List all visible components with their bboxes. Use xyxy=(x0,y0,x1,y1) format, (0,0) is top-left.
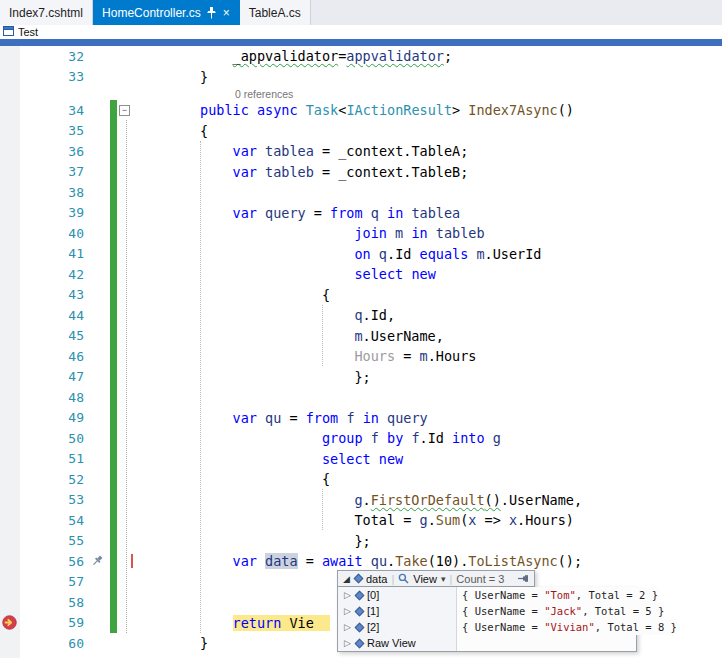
code-line[interactable]: { xyxy=(135,471,722,487)
breakpoint-gutter-cell[interactable] xyxy=(0,654,20,658)
breakpoint-gutter-cell[interactable] xyxy=(0,428,20,449)
breakpoint-gutter-cell[interactable] xyxy=(0,223,20,244)
datatip-header[interactable]: ◢ data | View ▾ | Count = 3 xyxy=(337,570,535,587)
codelens-references[interactable]: 0 references xyxy=(135,88,722,100)
breakpoint-gutter-cell[interactable] xyxy=(0,613,20,634)
breakpoint-gutter-cell[interactable] xyxy=(0,100,20,121)
datatip-item-row[interactable]: ▷[0]{ UserName = "Tom", Total = 2 } xyxy=(338,587,636,603)
code-line[interactable]: group f by f.Id into g xyxy=(135,430,722,446)
breakpoint-gutter-cell[interactable] xyxy=(0,244,20,265)
code-line[interactable]: }; xyxy=(135,533,722,549)
code-line[interactable]: { xyxy=(135,123,722,139)
tab-tablea[interactable]: TableA.cs xyxy=(240,0,311,25)
expander-closed-icon[interactable]: ▷ xyxy=(343,638,352,648)
code-line[interactable]: } xyxy=(135,69,722,85)
chevron-down-icon[interactable]: ▾ xyxy=(441,574,446,584)
breakpoint-gutter-cell[interactable] xyxy=(0,592,20,613)
line-number[interactable]: 40 xyxy=(20,226,90,241)
test-window-titlebar[interactable]: Test xyxy=(0,25,722,39)
code-line[interactable]: Total = g.Sum(x => x.Hours) xyxy=(135,512,722,528)
line-number[interactable]: 48 xyxy=(20,390,90,405)
expander-open-icon[interactable]: ◢ xyxy=(342,574,351,584)
line-number[interactable]: 35 xyxy=(20,123,90,138)
line-number[interactable]: 53 xyxy=(20,492,90,507)
breakpoint-gutter-cell[interactable] xyxy=(0,305,20,326)
line-number[interactable]: 51 xyxy=(20,451,90,466)
line-number[interactable]: 43 xyxy=(20,287,90,302)
breakpoint-gutter-cell[interactable] xyxy=(0,285,20,306)
code-line[interactable]: var data = await qu.Take(10).ToListAsync… xyxy=(135,553,722,569)
expander-closed-icon[interactable]: ▷ xyxy=(343,606,352,616)
fold-margin[interactable]: − xyxy=(117,100,135,121)
line-number[interactable]: 32 xyxy=(20,49,90,64)
line-number[interactable]: 46 xyxy=(20,349,90,364)
breakpoint-gutter-cell[interactable] xyxy=(0,162,20,183)
breakpoint-gutter-cell[interactable] xyxy=(0,408,20,429)
magnifier-icon[interactable] xyxy=(398,573,409,584)
breakpoint-gutter-cell[interactable] xyxy=(0,469,20,490)
breakpoint-gutter-cell[interactable] xyxy=(0,203,20,224)
datatip-view-button[interactable]: View xyxy=(413,573,437,585)
breakpoint-gutter-cell[interactable] xyxy=(0,531,20,552)
line-number[interactable]: 45 xyxy=(20,328,90,343)
line-number[interactable]: 37 xyxy=(20,164,90,179)
line-number[interactable]: 52 xyxy=(20,472,90,487)
code-line[interactable]: var query = from q in tablea xyxy=(135,205,722,221)
datatip-pin-icon[interactable] xyxy=(517,573,530,584)
code-line[interactable]: var tablea = _context.TableA; xyxy=(135,143,722,159)
breakpoint-gutter-cell[interactable] xyxy=(0,264,20,285)
breakpoint-gutter-cell[interactable] xyxy=(0,326,20,347)
breakpoint-gutter-cell[interactable] xyxy=(0,367,20,388)
line-number[interactable]: 60 xyxy=(20,636,90,651)
datatip-item-row[interactable]: ▷[1]{ UserName = "Jack", Total = 5 } xyxy=(338,603,636,619)
breakpoint-gutter-cell[interactable] xyxy=(0,67,20,88)
fold-toggle-minus[interactable]: − xyxy=(119,105,130,116)
line-number[interactable]: 34 xyxy=(20,103,90,118)
close-icon[interactable]: × xyxy=(223,7,230,19)
code-line[interactable]: select new xyxy=(135,451,722,467)
code-editor[interactable]: 32 _appvalidator=appvalidator;33 }0 refe… xyxy=(0,46,722,658)
breakpoint-gutter-cell[interactable] xyxy=(0,633,20,654)
code-line[interactable]: _appvalidator=appvalidator; xyxy=(135,48,722,64)
tab-index7cshtml[interactable]: Index7.cshtml xyxy=(0,0,93,25)
breakpoint-gutter-cell[interactable] xyxy=(0,490,20,511)
code-line[interactable]: public async Task<IActionResult> Index7A… xyxy=(135,102,722,118)
breakpoint-gutter-cell[interactable] xyxy=(0,182,20,203)
datatip-item-row[interactable]: ▷[2]{ UserName = "Vivian", Total = 8 } xyxy=(338,619,636,635)
breakpoint-gutter-cell[interactable] xyxy=(0,87,20,100)
pin-icon[interactable] xyxy=(207,7,216,19)
datatip-raw-view-row[interactable]: ▷Raw View xyxy=(338,635,636,651)
line-number[interactable]: 49 xyxy=(20,410,90,425)
code-line[interactable]: g.FirstOrDefault().UserName, xyxy=(135,492,722,508)
line-number[interactable]: 33 xyxy=(20,69,90,84)
line-number[interactable]: 59 xyxy=(20,615,90,630)
line-number[interactable]: 58 xyxy=(20,595,90,610)
code-line[interactable]: var qu = from f in query xyxy=(135,410,722,426)
line-number[interactable]: 41 xyxy=(20,246,90,261)
line-number[interactable]: 55 xyxy=(20,533,90,548)
code-line[interactable]: { xyxy=(135,287,722,303)
breakpoint-gutter-cell[interactable] xyxy=(0,510,20,531)
code-line[interactable]: q.Id, xyxy=(135,307,722,323)
breakpoint-gutter-cell[interactable] xyxy=(0,121,20,142)
line-number[interactable]: 39 xyxy=(20,205,90,220)
breakpoint-gutter-cell[interactable] xyxy=(0,46,20,67)
breakpoint-gutter-cell[interactable] xyxy=(0,141,20,162)
line-number[interactable]: 47 xyxy=(20,369,90,384)
breakpoint-gutter-cell[interactable] xyxy=(0,346,20,367)
code-line[interactable]: on q.Id equals m.UserId xyxy=(135,246,722,262)
code-line[interactable]: join m in tableb xyxy=(135,225,722,241)
code-line[interactable]: var tableb = _context.TableB; xyxy=(135,164,722,180)
line-number[interactable]: 57 xyxy=(20,574,90,589)
breakpoint-gutter-cell[interactable] xyxy=(0,551,20,572)
line-number[interactable]: 44 xyxy=(20,308,90,323)
line-number[interactable]: 50 xyxy=(20,431,90,446)
breakpoint-gutter-cell[interactable] xyxy=(0,387,20,408)
code-line[interactable]: Hours = m.Hours xyxy=(135,348,722,364)
line-number[interactable]: 38 xyxy=(20,185,90,200)
line-number[interactable]: 54 xyxy=(20,513,90,528)
line-number[interactable]: 36 xyxy=(20,144,90,159)
breakpoint-gutter-cell[interactable] xyxy=(0,572,20,593)
expander-closed-icon[interactable]: ▷ xyxy=(343,622,352,632)
expander-closed-icon[interactable]: ▷ xyxy=(343,590,352,600)
